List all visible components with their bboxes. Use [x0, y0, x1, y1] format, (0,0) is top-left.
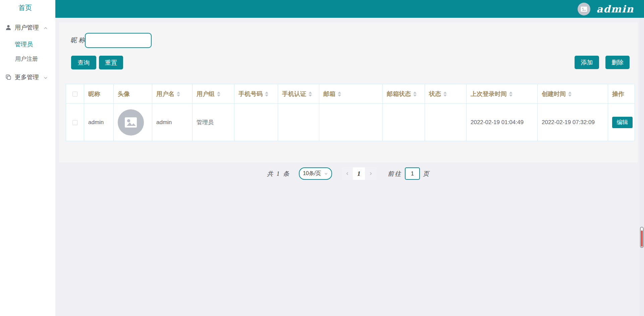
sort-icon[interactable]: [443, 92, 447, 97]
column-header-nickname: 昵称: [84, 84, 114, 104]
sidebar-item-more-management[interactable]: 更多管理: [0, 70, 55, 84]
sidebar-item-administrator[interactable]: 管理员: [0, 38, 55, 50]
sidebar-item-user-register[interactable]: 用户注册: [0, 53, 55, 65]
column-header-action: 操作: [608, 84, 635, 104]
add-button[interactable]: 添加: [575, 56, 599, 69]
sidebar-item-home[interactable]: 首页: [0, 3, 50, 12]
column-header-user-group[interactable]: 用户组: [193, 84, 234, 104]
scrollbar-thumb[interactable]: [640, 227, 644, 248]
cell-phone-auth: [278, 104, 319, 141]
scrollbar-track: [640, 18, 644, 316]
page-size-select[interactable]: 10条/页: [299, 167, 332, 180]
total-count-label: 共 1 条: [267, 170, 290, 178]
logged-in-username[interactable]: admin: [596, 3, 634, 15]
cell-create-time: 2022-02-19 07:32:09: [538, 104, 608, 141]
sort-icon[interactable]: [413, 92, 417, 97]
table-header-row: 昵称 头像 用户名 用户组 手机号码 手机认证 邮箱 邮箱状态 状态 上次登录时…: [66, 84, 635, 104]
chevron-down-icon: [43, 75, 48, 80]
row-checkbox[interactable]: [72, 120, 77, 125]
user-table: 昵称 头像 用户名 用户组 手机号码 手机认证 邮箱 邮箱状态 状态 上次登录时…: [66, 84, 635, 141]
scrollbar-thumb-fill: [641, 230, 643, 247]
edit-button[interactable]: 编辑: [612, 117, 633, 128]
column-header-avatar: 头像: [114, 84, 152, 104]
sort-icon[interactable]: [217, 92, 220, 97]
prev-page-button[interactable]: [341, 167, 353, 180]
cell-status: [425, 104, 467, 141]
pagination: 共 1 条 10条/页 1 前往 页: [59, 167, 638, 180]
table-row: admin admin 管理员 2022-02-19 01:04:49 2022…: [66, 104, 635, 141]
chevron-right-icon: [369, 171, 373, 176]
cell-email: [319, 104, 383, 141]
top-header-bar: admin: [55, 0, 644, 18]
column-header-phone[interactable]: 手机号码: [234, 84, 278, 104]
layers-icon: [5, 74, 12, 81]
image-placeholder-icon: [580, 5, 588, 13]
sort-icon[interactable]: [309, 92, 312, 97]
cell-avatar: [114, 104, 152, 141]
sidebar-item-label: 用户管理: [15, 23, 39, 32]
column-header-email[interactable]: 邮箱: [319, 84, 383, 104]
current-page-number[interactable]: 1: [353, 167, 365, 180]
query-button[interactable]: 查询: [71, 56, 96, 69]
delete-button[interactable]: 删除: [605, 56, 630, 69]
chevron-left-icon: [345, 171, 350, 176]
sort-icon[interactable]: [265, 92, 268, 97]
page-navigation: 1: [341, 167, 376, 180]
cell-nickname: admin: [84, 104, 114, 141]
sort-icon[interactable]: [338, 92, 341, 97]
column-header-email-status[interactable]: 邮箱状态: [383, 84, 425, 104]
user-avatar[interactable]: [578, 3, 590, 15]
cell-phone: [234, 104, 278, 141]
sidebar-item-label: 更多管理: [15, 73, 39, 81]
goto-page-input[interactable]: [405, 167, 420, 180]
row-avatar: [118, 109, 144, 136]
cell-username: admin: [152, 104, 193, 141]
sidebar-item-user-management[interactable]: 用户管理: [0, 21, 55, 34]
column-header-username[interactable]: 用户名: [152, 84, 193, 104]
column-header-create-time[interactable]: 创建时间: [538, 84, 608, 104]
sort-icon[interactable]: [509, 92, 513, 97]
nickname-label: 昵称: [70, 36, 87, 45]
page-unit-label: 页: [423, 170, 430, 178]
goto-label: 前往: [388, 170, 402, 178]
nickname-input[interactable]: [85, 33, 152, 48]
cell-email-status: [383, 104, 425, 141]
cell-user-group: 管理员: [193, 104, 234, 141]
column-header-last-login[interactable]: 上次登录时间: [467, 84, 538, 104]
select-all-checkbox[interactable]: [72, 92, 77, 97]
column-header-phone-auth[interactable]: 手机认证: [278, 84, 319, 104]
user-icon: [5, 24, 12, 31]
chevron-down-icon: [324, 172, 328, 176]
chevron-up-icon: [43, 25, 48, 30]
cell-last-login: 2022-02-19 01:04:49: [467, 104, 538, 141]
goto-page-group: 前往 页: [388, 167, 430, 180]
sidebar: 首页 用户管理 管理员 用户注册 更多管理: [0, 0, 55, 316]
image-placeholder-icon: [123, 115, 139, 130]
column-header-status[interactable]: 状态: [425, 84, 467, 104]
sort-icon[interactable]: [568, 92, 572, 97]
reset-button[interactable]: 重置: [99, 56, 123, 69]
next-page-button[interactable]: [365, 167, 376, 180]
content-panel: 昵称 查询 重置 添加 删除 昵称 头像 用户名 用户组 手机号码 手机认证 邮…: [59, 22, 638, 162]
sort-icon[interactable]: [177, 92, 180, 97]
cell-action: 编辑: [608, 104, 635, 141]
